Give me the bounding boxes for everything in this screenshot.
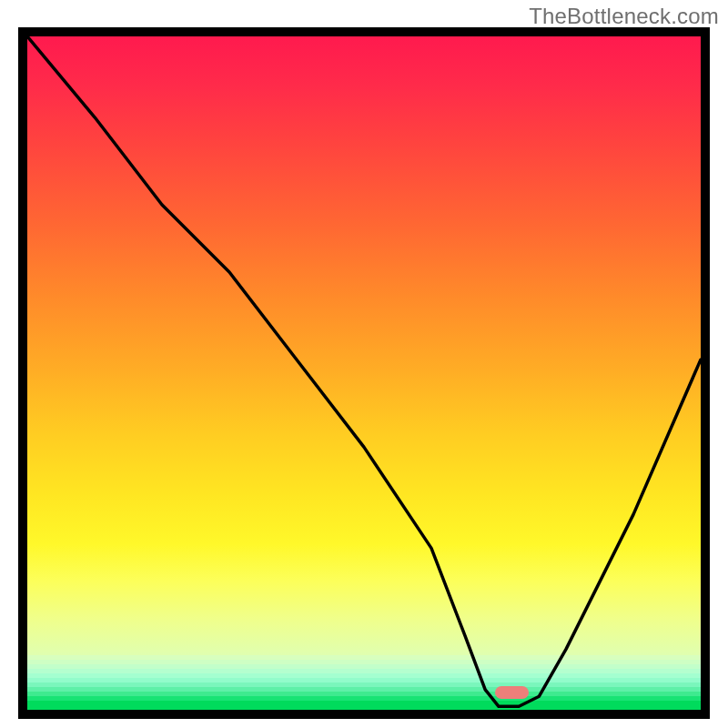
watermark-text: TheBottleneck.com: [529, 4, 719, 29]
curve-line: [27, 36, 701, 710]
chart-frame: [18, 27, 710, 719]
minimum-marker: [495, 686, 529, 699]
chart-plot-area: [27, 36, 701, 710]
